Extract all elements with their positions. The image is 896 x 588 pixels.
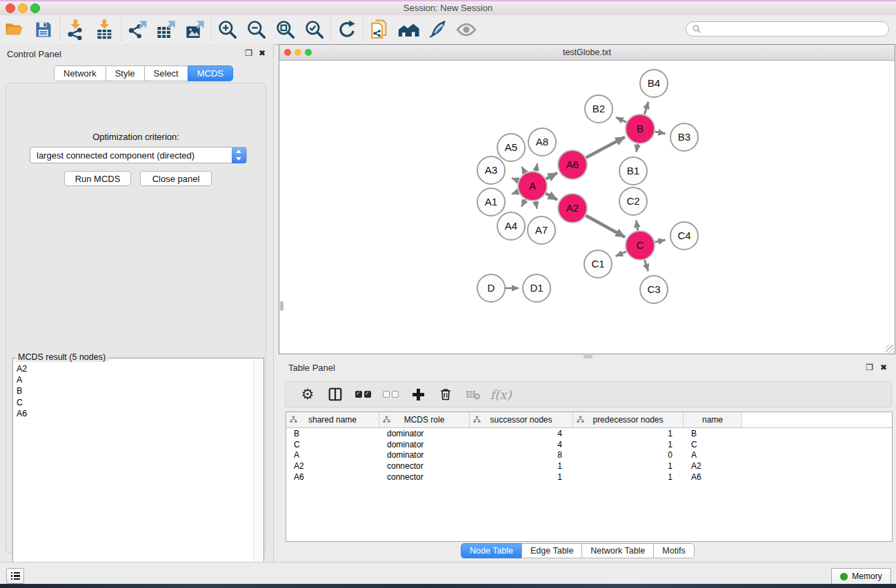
tab-edge-table[interactable]: Edge Table <box>521 543 582 558</box>
task-history-button[interactable] <box>6 568 24 584</box>
hide-annotations-icon[interactable] <box>423 17 452 42</box>
float-panel-icon[interactable]: ❐ <box>245 49 252 57</box>
table-settings-gear-icon[interactable]: ⚙ <box>294 383 321 405</box>
column-header-predecessor-nodes[interactable]: predecessor nodes <box>573 412 684 427</box>
graph-edge[interactable] <box>546 194 557 200</box>
column-header-MCDS-role[interactable]: MCDS role <box>379 412 470 427</box>
graph-edge[interactable] <box>512 178 519 181</box>
deselect-all-icon[interactable] <box>377 383 404 405</box>
graph-node-A6[interactable]: A6 <box>558 150 587 179</box>
export-table-icon[interactable] <box>152 17 181 42</box>
graph-node-C[interactable]: C <box>626 231 655 260</box>
graph-edge[interactable] <box>645 260 648 271</box>
graph-edge[interactable] <box>586 137 624 158</box>
vertical-scroll-thumb[interactable] <box>280 301 283 311</box>
mcds-result-item[interactable]: B <box>14 385 254 396</box>
graph-edge[interactable] <box>655 240 665 242</box>
float-table-panel-icon[interactable]: ❐ <box>866 363 873 372</box>
tab-mcds[interactable]: MCDS <box>188 65 233 81</box>
graph-node-B1[interactable]: B1 <box>619 157 647 185</box>
tab-network-table[interactable]: Network Table <box>581 543 654 558</box>
graph-node-C3[interactable]: C3 <box>640 276 668 303</box>
column-header-name[interactable]: name <box>684 412 742 427</box>
graph-node-A[interactable]: A <box>518 172 547 201</box>
close-panel-icon[interactable]: ✖ <box>259 49 266 57</box>
graph-edge[interactable] <box>521 199 526 206</box>
table-row[interactable]: A6connector11A6 <box>286 472 892 483</box>
run-mcds-button[interactable]: Run MCDS <box>64 171 131 186</box>
result-scrollbar[interactable] <box>253 359 263 584</box>
tab-motifs[interactable]: Motifs <box>653 543 694 558</box>
column-header-shared-name[interactable]: shared name <box>286 412 379 427</box>
graph-node-D[interactable]: D <box>477 274 505 302</box>
graph-node-D1[interactable]: D1 <box>523 274 550 302</box>
tab-style[interactable]: Style <box>106 65 145 81</box>
search-field[interactable] <box>686 21 889 37</box>
show-columns-icon[interactable] <box>321 383 349 405</box>
column-header-successor-nodes[interactable]: successor nodes <box>470 412 573 427</box>
zoom-selected-icon[interactable] <box>300 17 329 42</box>
graph-node-C2[interactable]: C2 <box>619 187 647 215</box>
close-panel-button[interactable]: Close panel <box>140 171 212 186</box>
mcds-result-item[interactable]: C <box>14 397 254 408</box>
graph-edge[interactable] <box>586 216 625 237</box>
graph-edge[interactable] <box>512 192 519 194</box>
export-image-icon[interactable] <box>181 17 210 42</box>
graph-node-B2[interactable]: B2 <box>585 95 613 123</box>
table-row[interactable]: Adominator80A <box>286 450 892 461</box>
close-table-panel-icon[interactable]: ✖ <box>880 363 887 372</box>
import-network-icon[interactable] <box>61 17 90 42</box>
graph-node-A4[interactable]: A4 <box>497 212 525 240</box>
graph-node-A8[interactable]: A8 <box>528 128 556 156</box>
table-row[interactable]: Bdominator41B <box>286 428 892 439</box>
graph-node-B4[interactable]: B4 <box>640 70 668 97</box>
graph-edge[interactable] <box>636 221 637 231</box>
home-network-icon[interactable] <box>394 17 423 42</box>
export-network-icon[interactable] <box>123 17 152 42</box>
tab-network[interactable]: Network <box>54 65 106 81</box>
import-table-icon[interactable] <box>90 17 119 42</box>
mcds-result-item[interactable]: A <box>14 374 254 385</box>
delete-trash-icon[interactable] <box>432 383 459 405</box>
graph-node-A1[interactable]: A1 <box>477 188 505 216</box>
graph-node-C4[interactable]: C4 <box>670 222 698 250</box>
zoom-fit-icon[interactable] <box>271 17 300 42</box>
graph-edge[interactable] <box>535 201 537 209</box>
graph-edge[interactable] <box>616 252 626 256</box>
select-all-icon[interactable] <box>349 383 377 405</box>
mcds-result-item[interactable]: A6 <box>14 408 254 419</box>
zoom-out-icon[interactable] <box>242 17 271 42</box>
table-row[interactable]: A2connector11A2 <box>286 460 892 472</box>
graph-edge[interactable] <box>521 167 525 173</box>
table-row[interactable]: Cdominator41C <box>286 439 892 450</box>
graph-node-A3[interactable]: A3 <box>477 156 505 184</box>
graph-edge[interactable] <box>616 117 626 122</box>
graph-edge[interactable] <box>536 163 537 171</box>
graph-node-A2[interactable]: A2 <box>558 194 587 223</box>
graph-node-A7[interactable]: A7 <box>528 216 555 244</box>
graph-edge[interactable] <box>655 132 666 134</box>
memory-button[interactable]: Memory <box>831 568 891 585</box>
open-folder-icon[interactable] <box>0 17 29 42</box>
refresh-icon[interactable] <box>332 17 361 42</box>
tab-node-table[interactable]: Node Table <box>461 543 522 558</box>
add-column-icon[interactable] <box>404 383 432 405</box>
show-details-eye-icon[interactable] <box>452 17 481 42</box>
search-input[interactable] <box>701 23 883 34</box>
graph-edge[interactable] <box>546 173 557 179</box>
svg-text:C: C <box>637 239 644 251</box>
graph-edge[interactable] <box>644 102 648 114</box>
graph-node-B[interactable]: B <box>626 114 655 143</box>
zoom-in-icon[interactable] <box>213 17 242 42</box>
optimization-criterion-select[interactable]: largest connected component (directed) <box>30 147 247 163</box>
tab-select[interactable]: Select <box>144 65 188 81</box>
save-icon[interactable] <box>29 17 58 42</box>
graph-node-A5[interactable]: A5 <box>497 134 525 161</box>
graph-edge[interactable] <box>637 144 638 152</box>
network-graph-canvas[interactable]: B4B2BB3A8A5A6B1A3AC2A1A2A4A7C4CC1DD1C3 <box>279 61 895 354</box>
graph-node-C1[interactable]: C1 <box>584 250 612 278</box>
resize-grip[interactable] <box>886 345 894 353</box>
network-document-icon[interactable] <box>365 17 394 42</box>
graph-node-B3[interactable]: B3 <box>670 123 698 151</box>
mcds-result-item[interactable]: A2 <box>14 363 254 374</box>
